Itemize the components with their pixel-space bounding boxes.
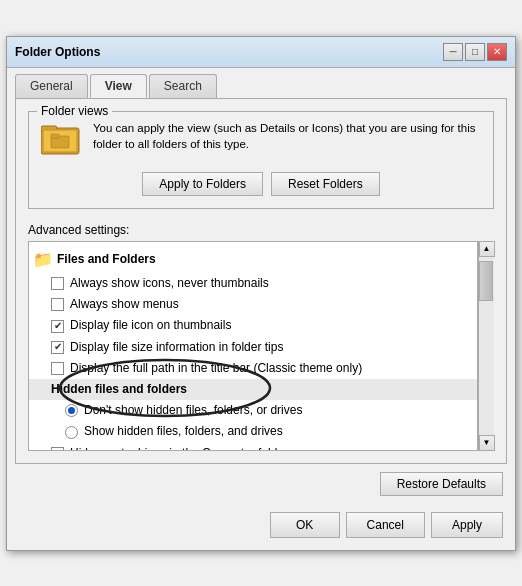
checkbox-display-full-path[interactable] (51, 362, 64, 375)
settings-inner: 📁 Files and Folders Always show icons, n… (29, 242, 477, 450)
display-file-icon-label: Display file icon on thumbnails (70, 316, 231, 335)
folder-views-buttons: Apply to Folders Reset Folders (41, 172, 481, 196)
folder-icon (41, 120, 83, 162)
display-full-path-label: Display the full path in the title bar (… (70, 359, 362, 378)
scroll-up-arrow[interactable]: ▲ (479, 241, 495, 257)
close-button[interactable]: ✕ (487, 43, 507, 61)
hidden-files-category-label: Hidden files and folders (51, 380, 187, 399)
folder-views-inner: You can apply the view (such as Details … (41, 120, 481, 162)
checkbox-display-file-size[interactable]: ✔ (51, 341, 64, 354)
list-item[interactable]: Show hidden files, folders, and drives (29, 421, 477, 442)
restore-defaults-button[interactable]: Restore Defaults (380, 472, 503, 496)
svg-rect-4 (51, 134, 59, 138)
title-bar-controls: ─ □ ✕ (443, 43, 507, 61)
list-item[interactable]: ✔ Display file size information in folde… (29, 337, 477, 358)
list-item: Hidden files and folders (29, 379, 477, 400)
scrollbar[interactable]: ▲ ▼ (478, 241, 494, 451)
tab-search[interactable]: Search (149, 74, 217, 98)
reset-folders-button[interactable]: Reset Folders (271, 172, 380, 196)
ok-button[interactable]: OK (270, 512, 340, 538)
dont-show-hidden-label: Don't show hidden files, folders, or dri… (84, 401, 302, 420)
list-item[interactable]: Hide empty drives in the Computer folder (29, 443, 477, 450)
tab-bar: General View Search (7, 68, 515, 98)
dialog-title: Folder Options (15, 45, 100, 59)
list-item[interactable]: Always show icons, never thumbnails (29, 273, 477, 294)
checkbox-always-show-menus[interactable] (51, 298, 64, 311)
checkbox-always-show-icons[interactable] (51, 277, 64, 290)
maximize-button[interactable]: □ (465, 43, 485, 61)
always-show-icons-label: Always show icons, never thumbnails (70, 274, 269, 293)
checkbox-hide-empty-drives[interactable] (51, 447, 64, 450)
apply-to-folders-button[interactable]: Apply to Folders (142, 172, 263, 196)
title-bar: Folder Options ─ □ ✕ (7, 37, 515, 68)
advanced-label: Advanced settings: (28, 223, 494, 237)
radio-show-hidden[interactable] (65, 426, 78, 439)
display-file-size-label: Display file size information in folder … (70, 338, 283, 357)
minimize-button[interactable]: ─ (443, 43, 463, 61)
list-item: 📁 Files and Folders (29, 246, 477, 274)
scroll-thumb[interactable] (479, 261, 493, 301)
folder-views-section: Folder views You can apply the view (suc… (28, 111, 494, 209)
scroll-track[interactable] (479, 257, 494, 435)
restore-defaults-section: Restore Defaults (7, 464, 515, 504)
show-hidden-label: Show hidden files, folders, and drives (84, 422, 283, 441)
content-area: Folder views You can apply the view (suc… (15, 98, 507, 464)
list-item[interactable]: Always show menus (29, 294, 477, 315)
always-show-menus-label: Always show menus (70, 295, 179, 314)
hide-empty-drives-label: Hide empty drives in the Computer folder (70, 444, 288, 450)
tab-general[interactable]: General (15, 74, 88, 98)
folder-svg (41, 120, 81, 156)
folder-views-label: Folder views (37, 104, 112, 118)
list-item[interactable]: Display the full path in the title bar (… (29, 358, 477, 379)
files-folders-label: Files and Folders (57, 250, 156, 269)
dialog-buttons: OK Cancel Apply (7, 504, 515, 550)
folder-views-description: You can apply the view (such as Details … (93, 120, 481, 152)
list-item[interactable]: ✔ Display file icon on thumbnails (29, 315, 477, 336)
folder-options-dialog: Folder Options ─ □ ✕ General View Search… (6, 36, 516, 551)
cancel-button[interactable]: Cancel (346, 512, 425, 538)
apply-button[interactable]: Apply (431, 512, 503, 538)
radio-dont-show-hidden[interactable] (65, 404, 78, 417)
checkbox-display-file-icon[interactable]: ✔ (51, 320, 64, 333)
tab-view[interactable]: View (90, 74, 147, 98)
settings-list: 📁 Files and Folders Always show icons, n… (28, 241, 478, 451)
settings-area: 📁 Files and Folders Always show icons, n… (28, 241, 494, 451)
files-folders-icon: 📁 (33, 247, 53, 273)
list-item[interactable]: Don't show hidden files, folders, or dri… (29, 400, 477, 421)
scroll-down-arrow[interactable]: ▼ (479, 435, 495, 451)
